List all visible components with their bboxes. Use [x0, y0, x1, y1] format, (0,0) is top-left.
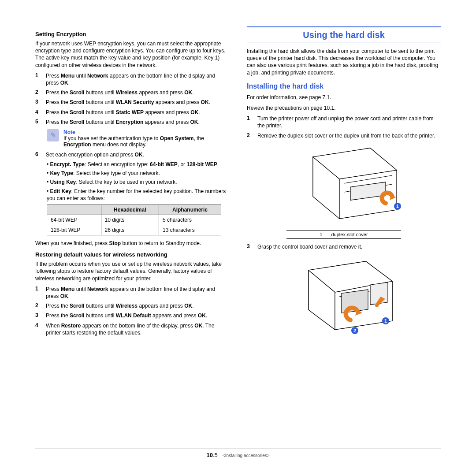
section-title: Using the hard disk — [247, 30, 441, 40]
th-alpha: Alphanumeric — [159, 205, 221, 215]
page: Setting Encryption If your network uses … — [0, 0, 476, 476]
wep-table: HexadecimalAlphanumeric 64-bit WEP10 dig… — [47, 205, 221, 235]
svg-text:1: 1 — [384, 318, 387, 324]
steps-encryption: 1Press Menu until Network appears on the… — [35, 72, 229, 126]
step-text: Press the Scroll buttons until Encryptio… — [46, 119, 229, 126]
steps-install-cont: 3Grasp the control board cover and remov… — [247, 243, 441, 250]
label-num: 1 — [320, 232, 322, 237]
option-bullets: • Encrypt. Type: Select an encryption ty… — [35, 161, 229, 202]
bullet-encrypt-type: • Encrypt. Type: Select an encryption ty… — [47, 161, 229, 168]
heading-setting-encryption: Setting Encryption — [35, 31, 229, 37]
step-text: Press Menu until Network appears on the … — [46, 72, 229, 86]
step-num: 2 — [247, 132, 253, 139]
step-text: Press the Scroll buttons until Wireless … — [46, 89, 229, 96]
step-text: Press the Scroll buttons until Wireless … — [46, 302, 229, 309]
left-column: Setting Encryption If your network uses … — [35, 26, 229, 449]
columns: Setting Encryption If your network uses … — [35, 26, 441, 449]
table-row: 128-bit WEP26 digits13 characters — [47, 225, 221, 235]
section-rule-top — [247, 26, 441, 27]
label-text: duplex-slot cover — [331, 232, 368, 237]
figure-duplex-cover: 1 1 duplex-slot cover — [247, 144, 441, 239]
note-box: Note If you have set the authentication … — [47, 129, 229, 148]
note-label: Note — [63, 129, 229, 135]
page-footer: 10.5 <Installing accessories> — [35, 449, 441, 458]
bullet-using-key: • Using Key: Select the key to be used i… — [47, 178, 229, 186]
printer-illustration-1: 1 — [282, 144, 405, 227]
step-num: 2 — [35, 302, 41, 309]
note-icon — [47, 129, 59, 141]
intro-encryption: If your network uses WEP encryption keys… — [35, 40, 229, 69]
step-num: 4 — [35, 109, 41, 116]
chapter-num: 10 — [206, 452, 212, 458]
step-num: 6 — [35, 151, 41, 158]
step-num: 1 — [35, 286, 41, 300]
step-num: 2 — [35, 89, 41, 96]
step-text: Press the Scroll buttons until WLAN Secu… — [46, 99, 229, 106]
step-text: Press Menu until Network appears on the … — [46, 286, 229, 300]
order-info: For order information, see page 7.1. — [247, 94, 441, 101]
note-text: If you have set the authentication type … — [63, 135, 229, 148]
step-num: 3 — [35, 312, 41, 319]
page-num: .5 — [213, 452, 218, 458]
step-text: Turn the printer power off and unplug th… — [257, 115, 441, 129]
precautions: Review the precautions on page 10.1. — [247, 104, 441, 112]
step-num: 5 — [35, 119, 41, 126]
step-text: Remove the duplex-slot cover or the dupl… — [257, 132, 441, 139]
step-num: 3 — [35, 99, 41, 106]
steps-restoring: 1Press Menu until Network appears on the… — [35, 286, 229, 336]
step-text: Press the Scroll buttons until WLAN Defa… — [46, 312, 229, 319]
step-text: When Restore appears on the bottom line … — [46, 322, 229, 336]
section-rule-bot — [247, 42, 441, 42]
bullet-edit-key: • Edit Key: Enter the key number for the… — [47, 188, 229, 202]
th-hex: Hexadecimal — [101, 205, 159, 215]
table-row: 64-bit WEP10 digits5 characters — [47, 215, 221, 225]
after-table: When you have finished, press Stop butto… — [35, 240, 229, 247]
step-num: 4 — [35, 322, 41, 336]
figure-label: 1 duplex-slot cover — [286, 230, 401, 239]
step-text: Grasp the control board cover and remove… — [257, 243, 441, 250]
printer-illustration-2: 1 2 — [286, 255, 401, 338]
figure-control-board: 1 2 — [247, 255, 441, 338]
step-num: 3 — [247, 243, 253, 250]
step-num: 1 — [247, 115, 253, 129]
note-content: Note If you have set the authentication … — [63, 129, 229, 148]
breadcrumb: <Installing accessories> — [223, 453, 270, 458]
intro-hard-disk: Installing the hard disk allows the data… — [247, 48, 441, 76]
step-text: Press the Scroll buttons until Static WE… — [46, 109, 229, 116]
right-column: Using the hard disk Installing the hard … — [247, 26, 441, 449]
svg-text:2: 2 — [353, 328, 356, 333]
step-text: Set each encryption option and press OK. — [46, 151, 229, 158]
svg-text:1: 1 — [396, 204, 399, 209]
steps-encryption-cont: 6Set each encryption option and press OK… — [35, 151, 229, 158]
bullet-key-type: • Key Type: Select the key type of your … — [47, 170, 229, 177]
intro-restoring: If the problem occurrs when you use or s… — [35, 260, 229, 282]
heading-restoring: Restoring default values for wireless ne… — [35, 251, 229, 258]
th-empty — [47, 205, 101, 215]
subsection-installing: Installing the hard disk — [247, 82, 441, 90]
steps-install: 1Turn the printer power off and unplug t… — [247, 115, 441, 139]
step-num: 1 — [35, 72, 41, 86]
